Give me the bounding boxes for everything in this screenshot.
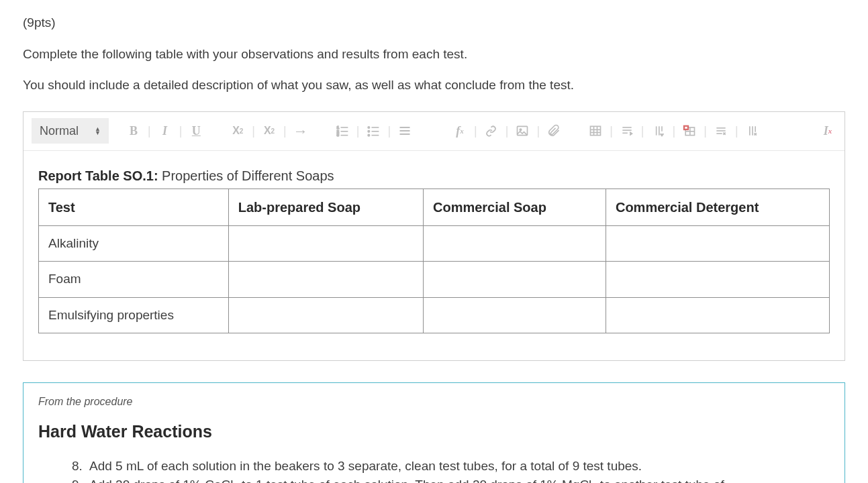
table-row: Alkalinity (39, 225, 830, 262)
header-lab-soap[interactable]: Lab-prepared Soap (228, 189, 423, 225)
align-button[interactable] (396, 121, 414, 141)
procedure-step-8: 8.Add 5 mL of each solution in the beake… (72, 457, 830, 476)
soap-properties-table: Test Lab-prepared Soap Commercial Soap C… (38, 189, 830, 334)
cell-row3-lab[interactable] (228, 297, 423, 333)
table-title-bold: Report Table SO.1: (38, 168, 158, 183)
editor-content-area[interactable]: Report Table SO.1: Properties of Differe… (23, 151, 845, 361)
points-label: (9pts) (23, 13, 845, 33)
subscript-button[interactable]: X2 (229, 121, 246, 141)
block-style-label: Normal (40, 122, 79, 140)
cell-row2-com-det[interactable] (606, 262, 829, 298)
insert-column-button[interactable] (650, 121, 667, 141)
separator: | (282, 122, 288, 140)
separator: | (504, 122, 510, 140)
delete-column-button[interactable] (744, 121, 761, 141)
link-button[interactable] (483, 121, 500, 141)
block-style-select[interactable]: Normal ▲▼ (32, 118, 109, 144)
procedure-steps: 8.Add 5 mL of each solution in the beake… (38, 457, 830, 484)
table-row: Emulsifying properties (39, 297, 830, 333)
select-caret-icon: ▲▼ (95, 127, 101, 135)
step-number: 8. (72, 457, 89, 476)
separator: | (535, 122, 541, 140)
separator: | (250, 122, 256, 140)
separator: | (702, 122, 708, 140)
header-commercial-detergent[interactable]: Commercial Detergent (606, 189, 829, 225)
image-button[interactable] (514, 121, 531, 141)
cell-row2-com-soap[interactable] (423, 262, 606, 298)
svg-point-10 (368, 134, 370, 136)
insert-row-button[interactable] (618, 121, 636, 141)
separator: | (608, 122, 614, 140)
svg-text:3: 3 (336, 133, 339, 137)
table-button[interactable] (587, 121, 604, 141)
table-row: Foam (39, 262, 830, 298)
formula-button[interactable]: fx (451, 121, 469, 141)
separator: | (355, 122, 361, 140)
table-header-row: Test Lab-prepared Soap Commercial Soap C… (39, 189, 830, 225)
table-title-rest: Properties of Different Soaps (158, 168, 334, 183)
delete-table-button[interactable] (681, 121, 698, 141)
cell-row3-test[interactable]: Emulsifying properties (39, 297, 229, 333)
instruction-line-2: You should include a detailed descriptio… (23, 76, 845, 95)
superscript-button[interactable]: X2 (260, 121, 278, 141)
instruction-line-1: Complete the following table with your o… (23, 45, 845, 64)
procedure-from-label: From the procedure (38, 394, 830, 410)
underline-button[interactable]: U (187, 121, 205, 141)
procedure-box: From the procedure Hard Water Reactions … (23, 382, 845, 483)
cell-row1-lab[interactable] (228, 225, 423, 262)
clear-format-button[interactable]: Ix (819, 121, 836, 141)
step-text-a: Add 20 drops of 1% CaCl (89, 478, 233, 483)
separator: | (178, 122, 184, 140)
procedure-heading: Hard Water Reactions (38, 419, 830, 445)
procedure-step-9: 9.Add 20 drops of 1% CaCl2 to 1 test tub… (72, 476, 830, 483)
separator: | (146, 122, 152, 140)
italic-button[interactable]: I (156, 121, 174, 141)
header-commercial-soap[interactable]: Commercial Soap (423, 189, 606, 225)
cell-row1-com-soap[interactable] (423, 225, 606, 262)
cell-row2-test[interactable]: Foam (39, 262, 229, 298)
step-number: 9. (72, 476, 89, 483)
separator: | (734, 122, 740, 140)
step-text-b: to 1 test tube of each solution. Then ad… (238, 478, 592, 483)
unordered-list-button[interactable] (365, 121, 382, 141)
svg-point-6 (368, 127, 370, 129)
arrow-button[interactable]: → (292, 121, 309, 141)
rich-text-editor: Normal ▲▼ B | I | U X2 | X2 | → 123 | (23, 111, 845, 362)
separator: | (640, 122, 646, 140)
table-title: Report Table SO.1: Properties of Differe… (38, 166, 830, 186)
cell-row2-lab[interactable] (228, 262, 423, 298)
cell-row1-test[interactable]: Alkalinity (39, 225, 229, 262)
delete-row-button[interactable] (712, 121, 730, 141)
step-text: Add 5 mL of each solution in the beakers… (89, 459, 642, 473)
svg-point-8 (368, 131, 370, 133)
cell-row3-com-soap[interactable] (423, 297, 606, 333)
editor-toolbar: Normal ▲▼ B | I | U X2 | X2 | → 123 | (23, 112, 845, 151)
bold-button[interactable]: B (125, 121, 142, 141)
attachment-button[interactable] (545, 121, 563, 141)
separator: | (473, 122, 479, 140)
header-test[interactable]: Test (39, 189, 229, 225)
ordered-list-button[interactable]: 123 (334, 121, 351, 141)
cell-row3-com-det[interactable] (606, 297, 829, 333)
cell-row1-com-det[interactable] (606, 225, 829, 262)
separator: | (386, 122, 392, 140)
separator: | (671, 122, 677, 140)
svg-point-16 (520, 129, 522, 131)
step-text-c: to another test tube of (597, 478, 724, 483)
svg-rect-17 (591, 126, 601, 135)
